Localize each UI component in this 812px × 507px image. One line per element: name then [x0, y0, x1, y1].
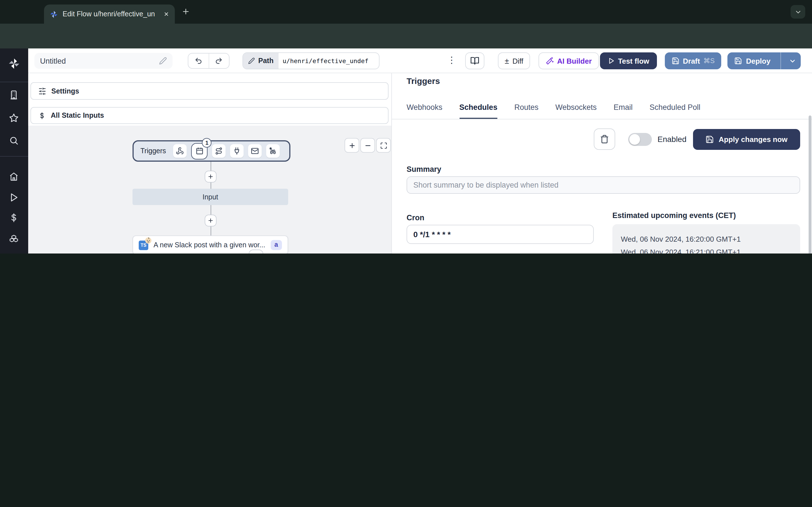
- runs-icon[interactable]: [9, 193, 18, 202]
- windmill-favicon: [50, 10, 58, 18]
- resources-icon[interactable]: [9, 233, 18, 243]
- path-label: Path: [258, 57, 273, 65]
- redo-button[interactable]: [209, 54, 229, 68]
- pencil-icon: [248, 57, 255, 64]
- apply-label: Apply changes now: [719, 135, 788, 144]
- test-flow-label: Test flow: [618, 57, 649, 65]
- flow-editor-panel: Settings All Static Inputs Triggers: [28, 73, 392, 253]
- zoom-out-button[interactable]: [360, 138, 375, 153]
- websocket-trigger-icon[interactable]: [231, 144, 244, 158]
- path-field[interactable]: Path u/henri/effective_undef: [243, 52, 379, 69]
- plus-icon: [348, 142, 356, 149]
- tab-email[interactable]: Email: [613, 103, 633, 119]
- divider: [0, 82, 28, 82]
- events-title: Estimated upcoming events (CET): [612, 211, 736, 220]
- tab-scheduled-poll[interactable]: Scheduled Poll: [650, 103, 700, 119]
- triggers-detail-panel: Triggers Webhooks Schedules Routes Webso…: [392, 73, 812, 253]
- mail-icon: [251, 147, 259, 155]
- undo-icon: [195, 57, 202, 65]
- tab-webhooks[interactable]: Webhooks: [407, 103, 442, 119]
- docs-button[interactable]: [465, 52, 485, 69]
- deploy-dropdown[interactable]: [784, 57, 801, 64]
- input-node[interactable]: Input: [133, 189, 288, 205]
- undo-button[interactable]: [188, 54, 209, 68]
- screen: Edit Flow u/henri/effective_un app.windm…: [0, 0, 812, 253]
- diff-label: Diff: [512, 57, 523, 65]
- new-tab-button[interactable]: [182, 7, 190, 16]
- close-tab-icon[interactable]: [163, 11, 169, 17]
- edit-pencil-icon[interactable]: [159, 57, 167, 65]
- ai-builder-button[interactable]: AI Builder: [539, 52, 599, 69]
- workspace-icon[interactable]: [9, 90, 18, 100]
- draft-button[interactable]: Draft ⌘S: [665, 52, 721, 69]
- settings-label: Settings: [51, 87, 79, 95]
- upcoming-events-box: Wed, 06 Nov 2024, 16:20:00 GMT+1 Wed, 06…: [612, 224, 800, 253]
- browser-navbar: app.windmill.dev/flows/edit/u/henri/effe…: [0, 24, 812, 48]
- slack-step-label: A new Slack post with a given wor...: [148, 241, 270, 249]
- route-icon: [215, 147, 223, 155]
- chevron-down-icon: [789, 57, 797, 64]
- flow-settings-row[interactable]: Settings: [31, 82, 389, 100]
- path-value[interactable]: u/henri/effective_undef: [278, 53, 372, 69]
- flow-canvas[interactable]: Triggers 1: [28, 126, 391, 253]
- book-open-icon: [470, 56, 479, 65]
- tab-websockets[interactable]: Websockets: [555, 103, 597, 119]
- plus-icon: [207, 173, 214, 180]
- draft-label: Draft: [683, 57, 700, 65]
- zoom-in-button[interactable]: [345, 138, 359, 153]
- calendar-icon: [196, 147, 204, 155]
- redo-icon: [215, 57, 223, 65]
- enabled-toggle[interactable]: [628, 133, 652, 146]
- panel-scrollbar[interactable]: [809, 115, 811, 253]
- email-trigger-icon[interactable]: [248, 144, 262, 158]
- flow-name-input[interactable]: Untitled: [35, 53, 172, 69]
- webhook-trigger-icon[interactable]: [173, 144, 187, 158]
- canvas-zoom-controls: [345, 138, 391, 153]
- delete-schedule-button[interactable]: [594, 128, 615, 150]
- cron-input[interactable]: [407, 225, 594, 244]
- event-item: Wed, 06 Nov 2024, 16:21:00 GMT+1: [621, 245, 800, 253]
- summary-label: Summary: [407, 165, 441, 173]
- baby-emoji-badge: [145, 237, 152, 244]
- slack-step-node[interactable]: TS A new Slack post with a given wor... …: [133, 235, 288, 253]
- dollar-icon: [38, 112, 46, 119]
- fit-view-button[interactable]: [376, 138, 391, 153]
- variables-icon[interactable]: [9, 213, 18, 223]
- app-sidebar: [0, 48, 28, 253]
- static-inputs-label: All Static Inputs: [51, 112, 104, 119]
- more-options-icon[interactable]: ⋮: [447, 55, 456, 65]
- route-trigger-icon[interactable]: [212, 144, 226, 158]
- early-stop-button[interactable]: [249, 249, 263, 253]
- add-step-button[interactable]: [205, 171, 216, 182]
- deploy-label: Deploy: [746, 57, 770, 65]
- favorites-icon[interactable]: [9, 113, 18, 123]
- play-icon: [608, 57, 615, 64]
- cron-label: Cron: [407, 214, 424, 222]
- enabled-label: Enabled: [658, 135, 687, 144]
- home-icon[interactable]: [9, 172, 18, 181]
- diff-button[interactable]: ± Diff: [498, 52, 530, 69]
- summary-input[interactable]: [407, 176, 800, 194]
- tab-schedules[interactable]: Schedules: [459, 103, 497, 119]
- search-icon[interactable]: [9, 136, 18, 145]
- save-icon: [706, 135, 714, 144]
- test-flow-button[interactable]: Test flow: [600, 52, 657, 69]
- event-item: Wed, 06 Nov 2024, 16:20:00 GMT+1: [621, 233, 800, 245]
- windmill-logo[interactable]: [8, 57, 20, 70]
- plus-icon: [182, 7, 190, 16]
- ai-builder-label: AI Builder: [557, 57, 592, 65]
- save-icon: [672, 57, 679, 65]
- tab-routes[interactable]: Routes: [514, 103, 539, 119]
- deploy-main[interactable]: Deploy: [727, 57, 777, 65]
- tab-search-button[interactable]: [791, 5, 805, 18]
- browser-tab[interactable]: Edit Flow u/henri/effective_un: [44, 4, 175, 24]
- scheduled-poll-trigger-icon[interactable]: [266, 144, 280, 158]
- deploy-button[interactable]: Deploy: [727, 52, 801, 69]
- triggers-node[interactable]: Triggers 1: [133, 140, 290, 162]
- add-step-button[interactable]: [205, 215, 216, 226]
- static-inputs-row[interactable]: All Static Inputs: [31, 107, 389, 124]
- sliders-icon: [38, 87, 46, 95]
- schedule-trigger-icon-selected[interactable]: 1: [192, 143, 208, 159]
- tab-title: Edit Flow u/henri/effective_un: [63, 10, 155, 18]
- apply-changes-button[interactable]: Apply changes now: [693, 129, 800, 150]
